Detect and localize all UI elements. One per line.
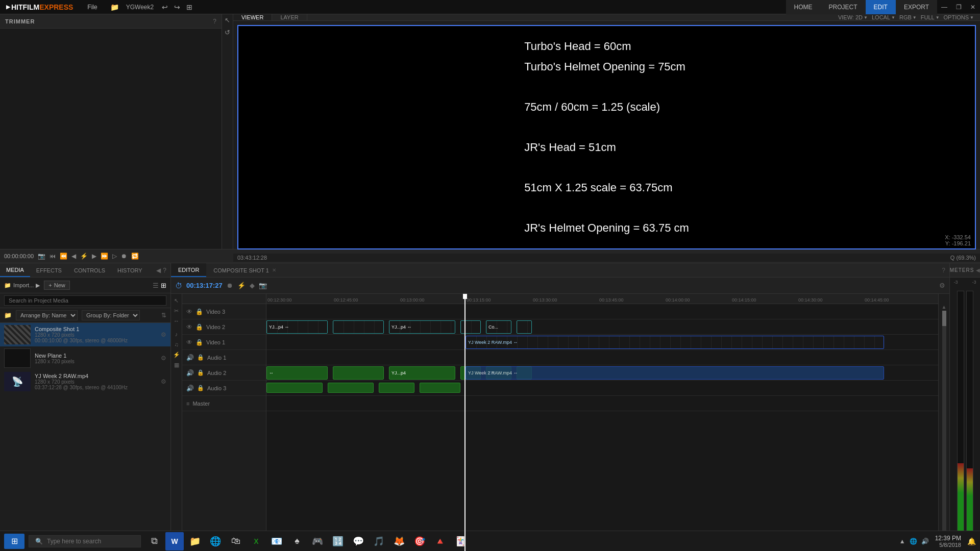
arrange-select[interactable]: Arrange By: Name — [16, 310, 78, 320]
track-speaker2-icon[interactable]: 🔊 — [186, 369, 194, 377]
tc-play-icon[interactable]: ▷ — [112, 253, 117, 260]
view-2d-btn[interactable]: VIEW: 2D ▼ — [838, 14, 868, 20]
tab-media[interactable]: MEDIA — [0, 263, 30, 277]
close-button[interactable]: ✕ — [966, 0, 980, 14]
taskbar-app-ms-store[interactable]: 🛍 — [227, 532, 245, 550]
tab-controls[interactable]: CONTROLS — [68, 263, 111, 277]
track-eye-icon[interactable]: 👁 — [186, 323, 192, 331]
track-audio-lock-icon[interactable]: 🔒 — [197, 354, 204, 361]
taskbar-app-unknown1[interactable]: 💬 — [349, 532, 368, 550]
ts-razor-icon[interactable]: ✂ — [172, 306, 181, 315]
track-lock-icon[interactable]: 🔒 — [195, 339, 203, 346]
clip-video2-5[interactable]: Co... — [486, 320, 511, 334]
taskbar-volume-icon[interactable]: 🔊 — [921, 538, 929, 545]
rgb-btn[interactable]: RGB ▼ — [899, 14, 917, 20]
tl-camera-icon[interactable]: 📷 — [259, 282, 267, 289]
taskbar-app-unknown2[interactable]: 🎵 — [370, 532, 388, 550]
clip-audio2-3[interactable]: YJ...p4 — [389, 366, 455, 380]
tc-loop-icon[interactable]: 🔁 — [131, 253, 139, 260]
tc-frame-next-icon[interactable]: ▶ — [92, 253, 96, 260]
rotate-tool-icon[interactable]: ↺ — [223, 29, 232, 38]
clip-video2-6[interactable] — [517, 320, 532, 334]
clip-video1-main[interactable]: YJ Week 2 RAW.mp4 ↔ — [465, 336, 884, 349]
start-button[interactable]: ⊞ — [4, 534, 24, 549]
tab-composite-shot[interactable]: COMPOSITE SHOT 1 ✕ — [206, 263, 283, 277]
grid-view-icon[interactable]: ⊞ — [161, 282, 166, 289]
tab-layer[interactable]: LAYER — [272, 14, 307, 20]
ts-audio3-icon[interactable]: ⚡ — [172, 350, 181, 359]
full-btn[interactable]: FULL ▼ — [921, 14, 940, 20]
tl-snap-icon[interactable]: ⚡ — [237, 282, 246, 289]
taskbar-app-solitaire[interactable]: ♠ — [288, 532, 306, 550]
meters-expand-icon[interactable]: ◀ — [976, 267, 980, 273]
undo-icon[interactable]: ↩ — [160, 3, 170, 11]
left-tab-expand-icon[interactable]: ◀ — [156, 267, 161, 274]
tc-markers-icon[interactable]: ⚡ — [80, 253, 88, 260]
ts-audio2-icon[interactable]: ♫ — [172, 340, 181, 349]
sort-icon[interactable]: ⇅ — [161, 312, 166, 319]
redo-icon[interactable]: ↪ — [172, 3, 182, 11]
left-tab-help-icon[interactable]: ? — [163, 267, 166, 274]
track-lock-icon[interactable]: 🔒 — [195, 308, 203, 315]
menu-file[interactable]: File — [83, 3, 101, 12]
track-audio3-lock-icon[interactable]: 🔒 — [197, 385, 204, 391]
taskbar-app-outlook[interactable]: 📧 — [267, 532, 286, 550]
local-btn[interactable]: LOCAL ▼ — [872, 14, 895, 20]
nav-export[interactable]: EXPORT — [896, 0, 937, 14]
media-gear-icon[interactable]: ⚙ — [161, 355, 166, 362]
clip-video2-3[interactable]: YJ...p4 ↔ — [389, 320, 455, 334]
taskbar-app-unknown3[interactable]: 🎯 — [410, 532, 429, 550]
import-button[interactable]: 📁 Import... ▶ — [4, 282, 40, 289]
track-eye-icon[interactable]: 👁 — [186, 339, 192, 346]
nav-project[interactable]: PROJECT — [821, 0, 866, 14]
new-button[interactable]: + New — [44, 281, 69, 290]
scroll-up-icon[interactable]: ▲ — [942, 304, 947, 310]
tab-editor[interactable]: EDITOR — [171, 263, 206, 277]
tc-prev-icon[interactable]: ⏪ — [60, 253, 67, 260]
track-speaker3-icon[interactable]: 🔊 — [186, 385, 194, 392]
tl-timecode[interactable]: 00:13:17:27 — [186, 282, 223, 289]
tl-marker-icon[interactable]: ◆ — [250, 282, 255, 289]
clip-video2-1[interactable]: YJ...p4 ↔ — [266, 320, 328, 334]
tc-back-icon[interactable]: ⏮ — [50, 253, 56, 260]
tc-camera-icon[interactable]: 📷 — [38, 253, 45, 260]
clip-audio2-1[interactable]: ↔ — [266, 366, 328, 380]
list-item[interactable]: New Plane 1 1280 x 720 pixels ⚙ — [0, 346, 170, 370]
taskbar-app-xbox[interactable]: 🎮 — [308, 532, 327, 550]
list-item[interactable]: Composite Shot 1 1280 x 720 pixels 00:00… — [0, 323, 170, 346]
taskbar-expand-icon[interactable]: ▲ — [899, 538, 905, 545]
clip-audio2-right[interactable]: YJ Week 2 RAW.mp4 ↔ — [465, 366, 884, 380]
ts-slip-icon[interactable]: ↔ — [172, 316, 181, 325]
track-audio2-lock-icon[interactable]: 🔒 — [197, 369, 204, 376]
taskbar-app-explorer[interactable]: 📁 — [186, 532, 204, 550]
tab-history[interactable]: HISTORY — [111, 263, 149, 277]
search-input[interactable] — [4, 295, 166, 306]
nav-home[interactable]: HOME — [786, 0, 821, 14]
composite-close-icon[interactable]: ✕ — [272, 267, 276, 273]
ts-audio-icon[interactable]: ♪ — [172, 330, 181, 339]
nav-edit[interactable]: EDIT — [866, 0, 896, 14]
list-item[interactable]: 📡 YJ Week 2 RAW.mp4 1280 x 720 pixels 03… — [0, 370, 170, 393]
options-btn[interactable]: OPTIONS ▼ — [944, 14, 974, 20]
tab-effects[interactable]: EFFECTS — [30, 263, 68, 277]
clip-audio3-2[interactable] — [328, 383, 374, 393]
grid-icon[interactable]: ⊞ — [184, 3, 194, 11]
minimize-button[interactable]: — — [937, 0, 951, 14]
ts-select-icon[interactable]: ↖ — [172, 296, 181, 305]
track-lock-icon[interactable]: 🔒 — [195, 323, 203, 331]
ts-video-icon[interactable]: ▦ — [172, 360, 181, 369]
taskbar-network-icon[interactable]: 🌐 — [910, 538, 917, 545]
taskbar-app-excel[interactable]: X — [247, 532, 265, 550]
clip-audio3-4[interactable] — [420, 383, 460, 393]
editor-settings-icon[interactable]: ? — [942, 267, 945, 274]
tc-next-icon[interactable]: ⏩ — [101, 253, 108, 260]
taskbar-search-input[interactable] — [47, 538, 129, 545]
clip-audio3-1[interactable] — [266, 383, 323, 393]
select-tool-icon[interactable]: ↖ — [223, 16, 232, 26]
taskbar-app-taskview[interactable]: ⧉ — [145, 532, 163, 550]
taskbar-notification-icon[interactable]: 🔔 — [967, 537, 976, 545]
tc-frame-prev-icon[interactable]: ◀ — [71, 253, 76, 260]
track-eye-icon[interactable]: 👁 — [186, 308, 192, 315]
maximize-button[interactable]: ❐ — [951, 0, 966, 14]
clip-audio2-2[interactable] — [333, 366, 384, 380]
